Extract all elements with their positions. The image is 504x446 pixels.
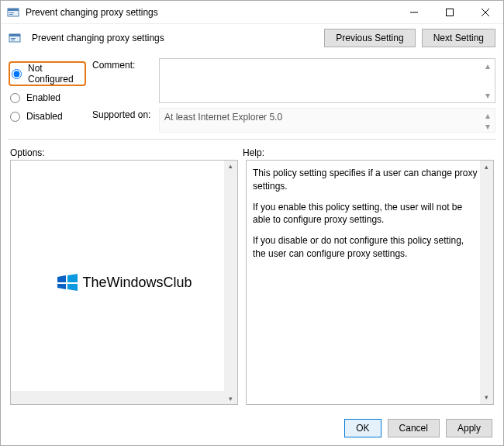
svg-rect-2 bbox=[9, 12, 14, 13]
radio-disabled[interactable]: Disabled bbox=[9, 109, 86, 123]
radio-enabled-input[interactable] bbox=[10, 93, 20, 103]
windows-flag-icon bbox=[56, 274, 79, 291]
help-text-3: If you disable or do not configure this … bbox=[253, 234, 478, 261]
comment-label: Comment: bbox=[92, 58, 154, 71]
cancel-button[interactable]: Cancel bbox=[388, 419, 440, 437]
svg-marker-13 bbox=[67, 274, 78, 282]
footer: OK Cancel Apply bbox=[1, 411, 503, 445]
next-setting-button[interactable]: Next Setting bbox=[422, 29, 495, 47]
svg-marker-14 bbox=[57, 284, 66, 289]
apply-button[interactable]: Apply bbox=[446, 419, 492, 437]
window-controls bbox=[396, 1, 503, 24]
policy-editor-window: Prevent changing proxy settings Prevent … bbox=[0, 0, 504, 446]
options-h-scrollbar[interactable] bbox=[11, 391, 224, 404]
comment-scrollbar[interactable]: ▴▾ bbox=[482, 61, 493, 101]
section-labels: Options: Help: bbox=[1, 140, 503, 160]
help-label: Help: bbox=[243, 147, 494, 158]
supported-label: Supported on: bbox=[92, 108, 154, 120]
options-pane: TheWindowsClub ▴▾ bbox=[10, 160, 238, 405]
radio-enabled[interactable]: Enabled bbox=[9, 91, 86, 105]
svg-rect-11 bbox=[11, 40, 15, 40]
options-label: Options: bbox=[10, 147, 243, 158]
titlebar: Prevent changing proxy settings bbox=[1, 1, 503, 24]
previous-setting-button[interactable]: Previous Setting bbox=[324, 29, 415, 47]
svg-rect-9 bbox=[9, 34, 20, 36]
help-text-1: This policy setting specifies if a user … bbox=[253, 167, 478, 193]
svg-rect-10 bbox=[11, 38, 16, 39]
state-radio-group: Not Configured Enabled Disabled bbox=[9, 58, 86, 133]
help-pane: This policy setting specifies if a user … bbox=[246, 160, 494, 405]
supported-scrollbar[interactable]: ▴▾ bbox=[482, 110, 493, 130]
radio-disabled-input[interactable] bbox=[10, 112, 20, 122]
panes: TheWindowsClub ▴▾ This policy setting sp… bbox=[1, 160, 503, 411]
help-v-scrollbar[interactable]: ▴▾ bbox=[480, 161, 493, 404]
svg-marker-12 bbox=[57, 275, 66, 282]
ok-button[interactable]: OK bbox=[344, 419, 381, 437]
options-v-scrollbar[interactable]: ▴▾ bbox=[224, 161, 237, 404]
radio-not-configured-input[interactable] bbox=[12, 69, 22, 79]
minimize-button[interactable] bbox=[396, 1, 432, 24]
policy-icon bbox=[9, 32, 21, 44]
svg-rect-3 bbox=[9, 14, 13, 15]
supported-on-box: At least Internet Explorer 5.0 ▴▾ bbox=[159, 108, 495, 133]
svg-rect-1 bbox=[8, 9, 19, 11]
policy-icon bbox=[7, 6, 19, 19]
maximize-button[interactable] bbox=[432, 1, 468, 24]
svg-marker-15 bbox=[67, 284, 78, 291]
config-area: Not Configured Enabled Disabled Comment:… bbox=[1, 55, 503, 136]
close-button[interactable] bbox=[468, 1, 503, 24]
svg-rect-5 bbox=[447, 9, 454, 16]
policy-title: Prevent changing proxy settings bbox=[32, 33, 164, 43]
help-text-2: If you enable this policy setting, the u… bbox=[253, 201, 478, 227]
watermark-text: TheWindowsClub bbox=[82, 275, 192, 291]
header: Prevent changing proxy settings Previous… bbox=[1, 24, 503, 55]
window-title: Prevent changing proxy settings bbox=[26, 7, 396, 18]
watermark: TheWindowsClub bbox=[56, 274, 192, 291]
radio-not-configured[interactable]: Not Configured bbox=[9, 61, 86, 86]
comment-textarea[interactable]: ▴▾ bbox=[159, 58, 495, 103]
